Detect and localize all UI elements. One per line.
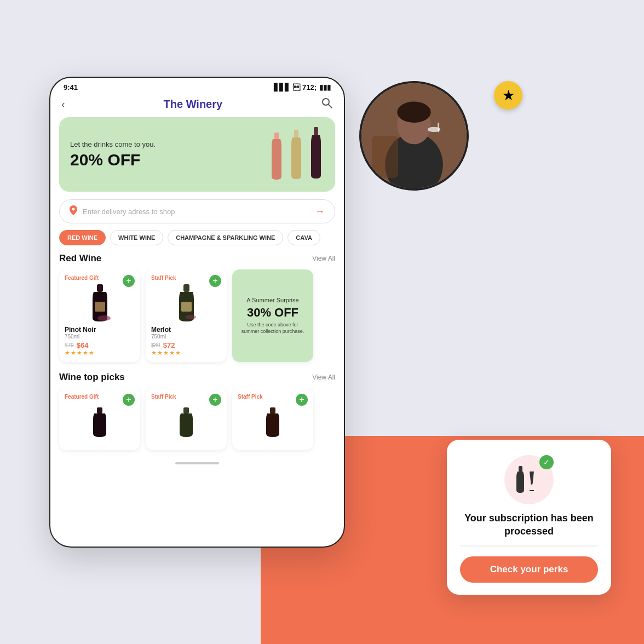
add-top-pick-2[interactable]: +	[209, 394, 221, 406]
red-wine-section-header: Red Wine View All	[50, 253, 344, 269]
top-pick-1-bottle	[89, 407, 111, 438]
pinot-noir-bottle	[85, 284, 115, 323]
scroll-bar	[175, 462, 219, 464]
svg-point-0	[323, 99, 329, 105]
add-to-cart-pinot[interactable]: +	[123, 275, 135, 287]
pinot-noir-volume: 750ml	[65, 334, 135, 340]
products-row: Featured Gift + Pinot Noir 750ml $79 $64	[50, 269, 344, 370]
location-icon	[70, 205, 77, 217]
app-header: ‹ The Winery	[50, 94, 344, 117]
svg-rect-10	[181, 302, 192, 312]
wifi-icon:  712;	[293, 83, 317, 91]
star-badge: ★	[494, 81, 522, 110]
time: 9:41	[64, 83, 78, 91]
svg-point-6	[97, 315, 111, 321]
top-pick-3-image	[238, 403, 308, 441]
person-silhouette	[361, 81, 467, 191]
bottle-3	[308, 127, 324, 182]
tab-cava[interactable]: CAVA	[288, 230, 320, 245]
top-pick-1-image	[65, 403, 135, 441]
star-icon: ★	[502, 87, 515, 104]
svg-rect-11	[97, 407, 102, 413]
profile-photo	[361, 83, 467, 188]
product-card-pinot-noir: Featured Gift + Pinot Noir 750ml $79 $64	[59, 269, 140, 362]
merlot-prices: $80 $72	[151, 341, 221, 349]
battery-icon: ▮▮▮	[319, 83, 331, 91]
address-input[interactable]: Enter delivery adress to shop	[83, 208, 309, 216]
svg-rect-4	[314, 127, 318, 135]
app-title: The Winery	[164, 98, 223, 111]
bottle-1	[268, 133, 285, 182]
card-image-pinot	[65, 284, 135, 323]
red-wine-title: Red Wine	[59, 253, 101, 264]
back-button[interactable]: ‹	[61, 98, 65, 111]
wine-top-picks-view-all[interactable]: View All	[312, 373, 335, 381]
svg-point-9	[185, 315, 196, 319]
tab-red-wine[interactable]: RED WINE	[59, 230, 106, 245]
tab-champagne[interactable]: CHAMPAGNE & SPARKLING WINE	[168, 230, 283, 245]
banner-text: Let the drinks come to you. 20% OFF	[70, 140, 156, 169]
add-top-pick-1[interactable]: +	[123, 394, 135, 406]
add-to-cart-merlot[interactable]: +	[209, 275, 221, 287]
check-perks-button[interactable]: Check your perks	[460, 556, 598, 583]
top-pick-2-image	[151, 403, 221, 441]
merlot-volume: 750ml	[151, 334, 221, 340]
svg-rect-7	[95, 302, 105, 312]
banner-subtitle: Let the drinks come to you.	[70, 140, 156, 148]
subscription-icon-circle: ✓	[504, 455, 554, 504]
address-bar[interactable]: Enter delivery adress to shop →	[59, 199, 335, 223]
promo-card: A Summer Surprise 30% OFF Use the code a…	[232, 269, 313, 362]
subscription-card: ✓ Your subscription has been processed C…	[447, 440, 611, 595]
tab-white-wine[interactable]: WHITE WINE	[110, 230, 163, 245]
top-pick-2-bottle	[175, 407, 197, 438]
wine-bottle-glass-icon	[514, 465, 544, 495]
svg-rect-3	[294, 130, 298, 137]
top-pick-3-bottle	[262, 407, 284, 438]
add-top-pick-3[interactable]: +	[296, 394, 308, 406]
pinot-noir-stars: ★★★★★	[65, 349, 135, 357]
status-icons: ▋▋▋  712; ▮▮▮	[274, 83, 331, 91]
subscription-title: Your subscription has been processed	[460, 512, 598, 538]
address-arrow[interactable]: →	[315, 206, 325, 217]
pinot-noir-prices: $79 $64	[65, 341, 135, 349]
merlot-new-price: $72	[163, 341, 175, 349]
svg-line-1	[329, 105, 332, 108]
banner-discount: 20% OFF	[70, 151, 156, 169]
subscription-check-icon: ✓	[539, 455, 554, 469]
svg-rect-2	[274, 133, 279, 139]
product-card-merlot: Staff Pick + Merlot 750ml $80 $72 ★★★★★	[146, 269, 227, 362]
promo-banner[interactable]: Let the drinks come to you. 20% OFF	[59, 117, 335, 192]
wine-top-picks-header: Wine top picks View All	[50, 372, 344, 388]
svg-rect-8	[183, 284, 189, 292]
profile-avatar	[359, 81, 469, 191]
svg-rect-19	[438, 123, 439, 132]
merlot-stars: ★★★★★	[151, 349, 221, 357]
status-bar: 9:41 ▋▋▋  712; ▮▮▮	[50, 78, 344, 94]
pinot-noir-new-price: $64	[77, 341, 89, 349]
svg-rect-21	[519, 466, 522, 472]
top-pick-card-1: Featured Gift +	[59, 388, 140, 450]
pinot-noir-old-price: $79	[65, 342, 74, 348]
signal-icon: ▋▋▋	[274, 83, 290, 91]
pinot-noir-name: Pinot Noir	[65, 326, 135, 334]
promo-label: A Summer Surprise	[246, 297, 298, 303]
card-image-merlot	[151, 284, 221, 323]
red-wine-view-all[interactable]: View All	[312, 255, 335, 262]
merlot-old-price: $80	[151, 342, 160, 348]
search-button[interactable]	[321, 97, 333, 112]
svg-rect-13	[270, 407, 275, 413]
svg-rect-12	[183, 407, 189, 413]
top-pick-card-3: Staff Pick +	[232, 388, 313, 450]
promo-description: Use the code above for summer collection…	[238, 322, 308, 335]
scroll-indicator	[50, 458, 344, 467]
wine-top-picks-title: Wine top picks	[59, 372, 125, 383]
banner-bottles	[268, 127, 324, 182]
svg-point-17	[397, 102, 430, 123]
bottle-2	[288, 130, 304, 182]
merlot-bottle	[171, 284, 202, 323]
category-tabs: RED WINE WHITE WINE CHAMPAGNE & SPARKLIN…	[50, 230, 344, 253]
merlot-name: Merlot	[151, 326, 221, 334]
top-pick-card-2: Staff Pick +	[146, 388, 227, 450]
tablet-device: 9:41 ▋▋▋  712; ▮▮▮ ‹ The Winery Let the…	[49, 77, 345, 548]
svg-rect-5	[97, 284, 103, 292]
